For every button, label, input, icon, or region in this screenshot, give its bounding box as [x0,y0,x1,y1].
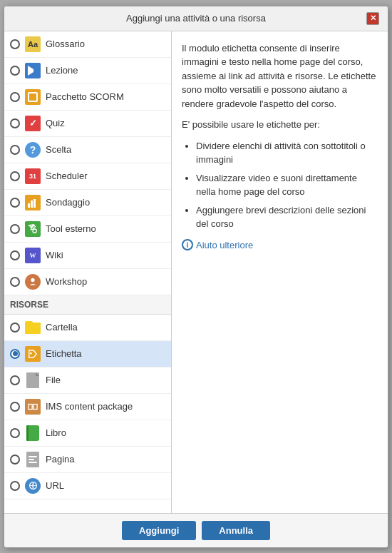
usage-list: Dividere elenchi di attività con sottoti… [196,139,378,231]
svg-rect-0 [28,203,30,208]
label-url: URL [46,480,64,491]
radio-pagina[interactable] [10,455,20,465]
label-wiki: Wiki [46,250,63,260]
radio-glossario[interactable] [10,39,20,49]
icon-pagina [24,451,41,468]
label-workshop: Workshop [46,276,87,287]
label-scheduler: Scheduler [46,171,88,181]
list-item-lezione[interactable]: Lezione [4,58,171,84]
radio-scelta[interactable] [10,145,20,155]
help-text: Aiuto ulteriore [196,238,253,253]
icon-lezione [24,62,41,79]
resources-section-header: RISORSE [4,295,171,315]
svg-rect-6 [29,404,32,409]
label-etichetta: Etichetta [46,348,82,359]
label-cartella: Cartella [46,322,78,333]
radio-etichetta[interactable] [10,349,20,359]
radio-file[interactable] [10,375,20,385]
list-item-pagina[interactable]: Pagina [4,447,171,473]
list-item-etichetta[interactable]: Etichetta [4,341,171,367]
right-panel: Il modulo etichetta consente di inserire… [172,31,388,513]
svg-rect-2 [33,199,36,208]
icon-libro [24,425,41,442]
list-item-workshop[interactable]: Workshop [4,269,171,295]
dialog-title: Aggiungi una attività o una risorsa [26,13,366,24]
label-ims: IMS content package [46,401,133,412]
radio-tool[interactable] [10,224,20,234]
radio-scheduler[interactable] [10,171,20,181]
dialog-footer: Aggiungi Annulla [4,513,388,547]
list-item-wiki[interactable]: W Wiki [4,243,171,269]
usage-title: E' possibile usare le etichette per: [182,118,378,132]
radio-workshop[interactable] [10,277,20,287]
usage-item-2: Visualizzare video e suoni direttamente … [196,171,378,199]
label-scorm: Pacchetto SCORM [46,91,124,102]
usage-item-3: Aggiungere brevi descrizioni delle sezio… [196,203,378,231]
label-quiz: Quiz [46,118,65,128]
list-item-glossario[interactable]: Aa Glossario [4,31,171,58]
description-text: Il modulo etichetta consente di inserire… [182,41,378,111]
icon-quiz: ✓ [24,115,41,132]
icon-wiki: W [24,247,41,264]
icon-url [24,477,41,494]
icon-workshop [24,273,41,290]
icon-glossario: Aa [24,36,41,53]
svg-rect-7 [33,404,37,409]
list-item-sondaggio[interactable]: Sondaggio [4,190,171,216]
list-item-tool[interactable]: Tool esterno [4,216,171,243]
cancel-button[interactable]: Annulla [202,521,270,540]
help-link[interactable]: i Aiuto ulteriore [182,238,378,253]
label-glossario: Glossario [46,39,85,49]
left-panel: Aa Glossario Lezione Pacchetto SCORM ✓ Q… [4,31,172,513]
add-activity-dialog: Aggiungi una attività o una risorsa ✕ Aa… [4,6,388,548]
icon-etichetta [24,345,41,362]
svg-rect-1 [31,201,33,208]
radio-url[interactable] [10,481,20,491]
radio-quiz[interactable] [10,118,20,128]
icon-scheduler: 31 [24,168,41,185]
icon-ims [24,398,41,415]
list-item-url[interactable]: URL [4,473,171,499]
help-icon: i [182,239,193,250]
usage-item-1: Dividere elenchi di attività con sottoti… [196,139,378,167]
label-libro: Libro [46,427,66,438]
list-item-scheduler[interactable]: 31 Scheduler [4,163,171,190]
radio-wiki[interactable] [10,250,20,260]
dialog-header: Aggiungi una attività o una risorsa ✕ [4,6,388,31]
icon-cartella [24,319,41,336]
icon-scorm [24,88,41,106]
label-lezione: Lezione [46,65,78,76]
icon-sondaggio [24,194,41,211]
label-scelta: Scelta [46,144,71,155]
svg-point-5 [30,352,32,354]
list-item-cartella[interactable]: Cartella [4,315,171,341]
radio-sondaggio[interactable] [10,198,20,208]
list-item-scorm[interactable]: Pacchetto SCORM [4,84,171,111]
list-item-quiz[interactable]: ✓ Quiz [4,111,171,137]
radio-libro[interactable] [10,428,20,438]
list-item-scelta[interactable]: ? Scelta [4,137,171,163]
list-item-file[interactable]: File [4,367,171,394]
dialog-body: Aa Glossario Lezione Pacchetto SCORM ✓ Q… [4,31,388,513]
radio-lezione[interactable] [10,66,20,76]
list-item-libro[interactable]: Libro [4,420,171,447]
label-sondaggio: Sondaggio [46,197,90,208]
list-item-ims[interactable]: IMS content package [4,394,171,420]
svg-point-4 [31,278,34,281]
icon-scelta: ? [24,141,41,158]
radio-ims[interactable] [10,402,20,412]
close-button[interactable]: ✕ [366,12,379,25]
svg-point-3 [33,229,36,233]
icon-file [24,372,41,389]
label-tool: Tool esterno [46,223,96,234]
label-pagina: Pagina [46,454,74,465]
add-button[interactable]: Aggiungi [122,521,196,540]
radio-cartella[interactable] [10,323,20,333]
icon-tool [24,220,41,238]
label-file: File [46,375,61,385]
radio-scorm[interactable] [10,92,20,102]
